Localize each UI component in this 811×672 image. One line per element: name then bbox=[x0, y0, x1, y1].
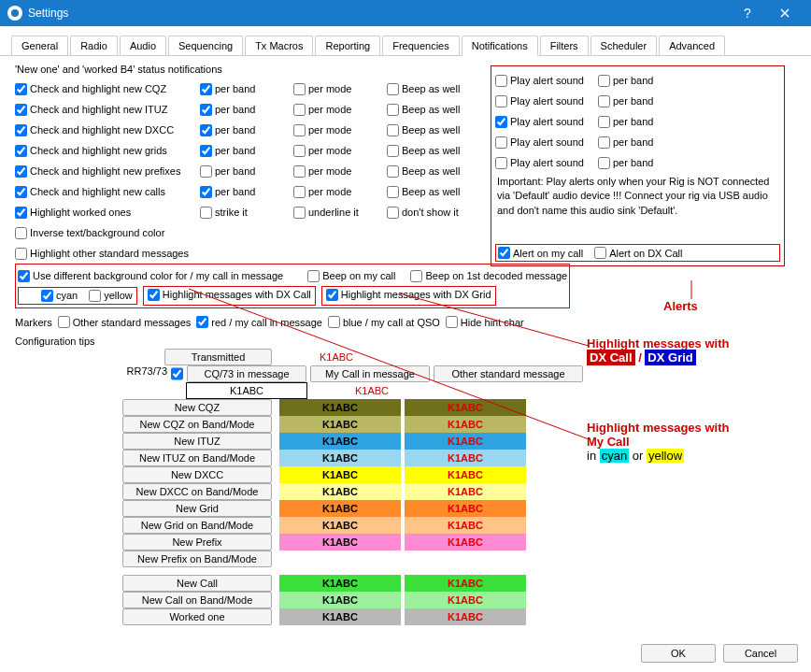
markers-red-checkbox[interactable]: red / my call in message bbox=[196, 316, 322, 328]
color-cell1-11[interactable]: K1ABC bbox=[279, 592, 401, 608]
tab-radio[interactable]: Radio bbox=[70, 36, 118, 55]
color-label-8[interactable]: New Prefix bbox=[122, 534, 272, 550]
ok-button[interactable]: OK bbox=[641, 644, 716, 663]
alert-sound-1[interactable]: Play alert sound bbox=[495, 95, 598, 107]
close-button[interactable] bbox=[766, 0, 804, 26]
check-row-5[interactable]: Check and highlight new calls bbox=[15, 186, 200, 198]
color-cell2-4[interactable]: K1ABC bbox=[405, 466, 526, 483]
color-label-7[interactable]: New Grid on Band/Mode bbox=[122, 517, 272, 534]
other-header[interactable]: Other standard message bbox=[434, 365, 583, 382]
tab-general[interactable]: General bbox=[11, 36, 68, 55]
color-cell2-11[interactable]: K1ABC bbox=[405, 592, 526, 608]
beep-1[interactable]: Beep as well bbox=[387, 104, 494, 116]
color-label-5[interactable]: New DXCC on Band/Mode bbox=[122, 483, 272, 500]
color-cell1-2[interactable]: K1ABC bbox=[279, 433, 401, 450]
alert-band-1[interactable]: per band bbox=[598, 95, 701, 107]
color-label-6[interactable]: New Grid bbox=[122, 500, 272, 517]
color-label-0[interactable]: New CQZ bbox=[122, 399, 272, 416]
rr-checkbox[interactable] bbox=[171, 365, 183, 382]
check-row-1[interactable]: Check and highlight new ITUZ bbox=[15, 104, 200, 116]
color-cell1-8[interactable]: K1ABC bbox=[279, 534, 401, 550]
tab-advanced[interactable]: Advanced bbox=[659, 36, 725, 55]
permode-2[interactable]: per mode bbox=[293, 124, 387, 136]
yellow-checkbox[interactable]: yellow bbox=[89, 290, 133, 302]
mycall-header[interactable]: My Call in message bbox=[310, 365, 430, 382]
inverse-checkbox[interactable]: Inverse text/background color bbox=[15, 227, 164, 239]
beep-3[interactable]: Beep as well bbox=[387, 145, 494, 157]
dont-show-checkbox[interactable]: don't show it bbox=[387, 207, 494, 219]
permode-3[interactable]: per mode bbox=[293, 145, 387, 157]
other-std-checkbox[interactable]: Highlight other standard messages bbox=[15, 248, 189, 260]
tab-filters[interactable]: Filters bbox=[540, 36, 589, 55]
color-cell1-5[interactable]: K1ABC bbox=[279, 483, 401, 500]
color-cell2-6[interactable]: K1ABC bbox=[405, 500, 526, 517]
color-cell2-5[interactable]: K1ABC bbox=[405, 483, 526, 500]
tab-sequencing[interactable]: Sequencing bbox=[168, 36, 243, 55]
tab-notifications[interactable]: Notifications bbox=[462, 36, 538, 56]
color-cell1-0[interactable]: K1ABC bbox=[279, 399, 401, 416]
permode-4[interactable]: per mode bbox=[293, 165, 387, 178]
alert-sound-2[interactable]: Play alert sound bbox=[495, 116, 598, 128]
check-row-4[interactable]: Check and highlight new prefixes bbox=[15, 165, 200, 178]
color-cell2-10[interactable]: K1ABC bbox=[405, 575, 526, 592]
color-label-3[interactable]: New ITUZ on Band/Mode bbox=[122, 450, 272, 466]
highlight-worked-checkbox[interactable]: Highlight worked ones bbox=[15, 207, 200, 219]
check-row-0[interactable]: Check and highlight new CQZ bbox=[15, 83, 200, 95]
perband-5[interactable]: per band bbox=[200, 186, 293, 198]
color-cell1-4[interactable]: K1ABC bbox=[279, 466, 401, 483]
color-cell2-12[interactable]: K1ABC bbox=[405, 608, 526, 625]
alert-dxcall-checkbox[interactable]: Alert on DX Call bbox=[594, 247, 682, 259]
perband-2[interactable]: per band bbox=[200, 124, 293, 136]
check-row-3[interactable]: Check and highlight new grids bbox=[15, 145, 200, 157]
tab-frequencies[interactable]: Frequencies bbox=[382, 36, 460, 55]
color-cell2-7[interactable]: K1ABC bbox=[405, 517, 526, 534]
check-row-2[interactable]: Check and highlight new DXCC bbox=[15, 124, 200, 136]
permode-5[interactable]: per mode bbox=[293, 186, 387, 198]
permode-0[interactable]: per mode bbox=[293, 83, 387, 95]
cyan-checkbox[interactable]: cyan bbox=[41, 290, 78, 302]
color-label-9[interactable]: New Prefix on Band/Mode bbox=[122, 550, 272, 567]
color-cell1-6[interactable]: K1ABC bbox=[279, 500, 401, 517]
color-label-11[interactable]: New Call on Band/Mode bbox=[122, 592, 272, 608]
beep-5[interactable]: Beep as well bbox=[387, 186, 494, 198]
help-button[interactable]: ? bbox=[729, 0, 766, 26]
cq-header[interactable]: CQ/73 in message bbox=[187, 365, 306, 382]
color-cell1-7[interactable]: K1ABC bbox=[279, 517, 401, 534]
color-label-10[interactable]: New Call bbox=[122, 575, 272, 592]
beep-4[interactable]: Beep as well bbox=[387, 165, 494, 178]
color-label-1[interactable]: New CQZ on Band/Mode bbox=[122, 416, 272, 433]
underline-it-checkbox[interactable]: underline it bbox=[293, 207, 387, 219]
tx-msg-header[interactable]: Transmitted message bbox=[164, 349, 272, 365]
color-label-4[interactable]: New DXCC bbox=[122, 466, 272, 483]
color-label-12[interactable]: Worked one bbox=[122, 608, 272, 625]
alert-band-2[interactable]: per band bbox=[598, 116, 701, 128]
beep-2[interactable]: Beep as well bbox=[387, 124, 494, 136]
alert-band-4[interactable]: per band bbox=[598, 157, 701, 169]
color-cell1-10[interactable]: K1ABC bbox=[279, 575, 401, 592]
beep-mycall-checkbox[interactable]: Beep on my call bbox=[307, 270, 395, 282]
strike-it-checkbox[interactable]: strike it bbox=[200, 207, 293, 219]
color-cell2-8[interactable]: K1ABC bbox=[405, 534, 526, 550]
perband-0[interactable]: per band bbox=[200, 83, 293, 95]
tab-tx-macros[interactable]: Tx Macros bbox=[245, 36, 313, 55]
color-cell1-3[interactable]: K1ABC bbox=[279, 450, 401, 466]
alert-sound-3[interactable]: Play alert sound bbox=[495, 136, 598, 149]
alert-sound-4[interactable]: Play alert sound bbox=[495, 157, 598, 169]
alert-sound-0[interactable]: Play alert sound bbox=[495, 75, 598, 87]
perband-4[interactable]: per band bbox=[200, 165, 293, 178]
alert-band-3[interactable]: per band bbox=[598, 136, 701, 149]
alert-mycall-checkbox[interactable]: Alert on my call bbox=[498, 247, 583, 259]
color-cell2-1[interactable]: K1ABC bbox=[405, 416, 526, 433]
color-cell1-12[interactable]: K1ABC bbox=[279, 608, 401, 625]
hide-hint-checkbox[interactable]: Hide hint char bbox=[446, 316, 524, 328]
color-cell2-2[interactable]: K1ABC bbox=[405, 433, 526, 450]
perband-3[interactable]: per band bbox=[200, 145, 293, 157]
markers-blue-checkbox[interactable]: blue / my call at QSO bbox=[328, 316, 440, 328]
color-label-2[interactable]: New ITUZ bbox=[122, 433, 272, 450]
permode-1[interactable]: per mode bbox=[293, 104, 387, 116]
perband-1[interactable]: per band bbox=[200, 104, 293, 116]
cancel-button[interactable]: Cancel bbox=[723, 644, 798, 663]
color-cell2-0[interactable]: K1ABC bbox=[405, 399, 526, 416]
markers-other-checkbox[interactable]: Other standard messages bbox=[58, 316, 192, 328]
alert-band-0[interactable]: per band bbox=[598, 75, 701, 87]
